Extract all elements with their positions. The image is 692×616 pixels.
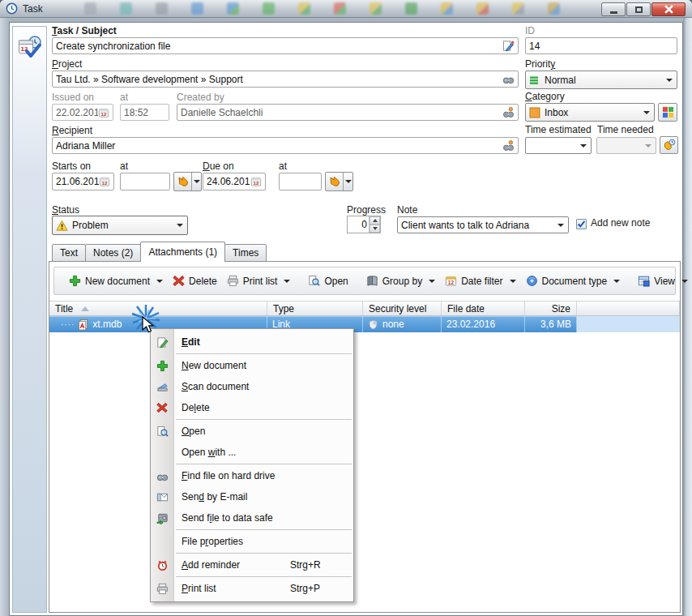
edit-pen-icon[interactable] xyxy=(502,40,515,52)
due-at-time-field[interactable] xyxy=(279,173,322,190)
due-on-date-field[interactable]: 24.06.2016 12 xyxy=(203,173,266,190)
issued-on-date-field: 22.02.2015 12 xyxy=(52,104,113,121)
calendar-icon[interactable]: 12 xyxy=(250,176,262,187)
time-tracking-button[interactable] xyxy=(660,136,678,154)
menu-item-new-document[interactable]: New document xyxy=(151,355,353,376)
column-header-security-level[interactable]: Security level xyxy=(363,302,442,315)
maximize-button[interactable] xyxy=(626,2,651,16)
new-document-icon xyxy=(69,275,81,287)
tab-text[interactable]: Text xyxy=(52,244,86,262)
project-input[interactable]: Tau Ltd. » Software development » Suppor… xyxy=(52,71,519,88)
calendar-icon[interactable]: 12 xyxy=(99,176,110,187)
view-button[interactable]: View xyxy=(633,272,692,289)
data-safe-icon xyxy=(155,512,169,524)
progress-spinner[interactable]: 0 xyxy=(347,216,381,233)
search-contact-icon[interactable] xyxy=(502,106,515,118)
tab-attachments[interactable]: Attachments (1) xyxy=(140,242,225,262)
scan-icon xyxy=(155,381,169,393)
time-needed-select xyxy=(596,137,656,154)
starts-at-label: at xyxy=(120,160,128,172)
category-color-picker-button[interactable] xyxy=(658,103,677,122)
group-by-icon xyxy=(366,275,378,287)
issued-at-label: at xyxy=(120,92,128,103)
delete-icon xyxy=(173,275,185,287)
cell-size[interactable]: 3,6 MB xyxy=(525,316,577,332)
new-document-icon xyxy=(155,360,169,372)
check-icon xyxy=(577,220,586,229)
menu-item-delete[interactable]: Delete xyxy=(151,397,353,418)
svg-text:12: 12 xyxy=(102,180,108,186)
column-header-file-date[interactable]: File date xyxy=(442,302,525,315)
task-big-icon: 12 xyxy=(17,35,42,60)
priority-label: Priority xyxy=(525,58,555,70)
open-button[interactable]: Open xyxy=(303,272,352,289)
tab-times[interactable]: Times xyxy=(224,244,267,262)
minimize-button[interactable] xyxy=(601,2,626,16)
cell-filler xyxy=(577,316,680,332)
starts-at-time-field[interactable] xyxy=(120,173,170,190)
menu-item-find-file-on-hard-drive[interactable]: Find file on hard drive xyxy=(151,465,353,486)
tab-strip: Text Notes (2) Attachments (1) Times xyxy=(52,242,266,262)
status-select[interactable]: Problem xyxy=(52,216,188,235)
menu-item-edit[interactable]: Edit xyxy=(151,332,353,353)
tab-notes[interactable]: Notes (2) xyxy=(85,244,141,262)
starts-time-picker-button[interactable] xyxy=(173,172,202,191)
issued-on-label: Issued on xyxy=(52,92,94,103)
menu-item-send-file-to-data-safe[interactable]: Send file to data safe xyxy=(151,507,353,528)
column-header-size[interactable]: Size xyxy=(525,302,577,315)
group-by-button[interactable]: Group by xyxy=(361,272,440,289)
category-select[interactable]: Inbox xyxy=(525,103,655,122)
warning-icon xyxy=(56,220,68,232)
document-type-icon xyxy=(526,275,538,287)
due-time-picker-button[interactable] xyxy=(325,172,353,191)
menu-item-add-reminder[interactable]: Add reminder Strg+R xyxy=(151,554,353,575)
hand-icon xyxy=(326,173,343,190)
window-clock-icon xyxy=(6,2,18,15)
search-contact-icon[interactable] xyxy=(502,139,515,152)
find-file-icon xyxy=(155,470,169,482)
add-new-note-checkbox[interactable] xyxy=(576,219,587,229)
search-project-icon[interactable] xyxy=(502,73,515,85)
sidebar: 12 xyxy=(12,26,47,613)
priority-select[interactable]: Normal xyxy=(525,71,677,89)
category-label: Category xyxy=(525,91,565,102)
new-document-button[interactable]: New document xyxy=(64,272,168,289)
spin-up-button[interactable] xyxy=(369,216,380,225)
reminder-icon xyxy=(155,559,169,571)
menu-item-send-by-email[interactable]: Send by E-mail xyxy=(151,486,353,507)
title-bar: Task xyxy=(0,0,692,18)
note-select[interactable]: Client wants to talk to Adriana xyxy=(397,216,569,233)
starts-on-label: Starts on xyxy=(52,160,91,172)
view-icon xyxy=(638,275,650,287)
created-by-label: Created by xyxy=(177,92,224,103)
menu-item-open[interactable]: Open xyxy=(151,421,353,442)
due-on-label: Due on xyxy=(203,160,234,172)
spin-down-button[interactable] xyxy=(369,225,380,233)
category-color-icon xyxy=(529,107,540,118)
id-input[interactable]: 14 xyxy=(525,37,677,54)
cell-security-level[interactable]: none xyxy=(363,316,442,332)
date-filter-button[interactable]: 12 Date filter xyxy=(440,272,520,289)
print-icon xyxy=(155,583,169,595)
column-header-type[interactable]: Type xyxy=(267,302,363,315)
task-window: Task 12 Task / Subject Create synch xyxy=(0,0,692,616)
starts-on-date-field[interactable]: 21.06.2016 12 xyxy=(52,173,114,190)
delete-button[interactable]: Delete xyxy=(168,272,222,289)
cell-file-date[interactable]: 23.02.2016 xyxy=(442,316,525,332)
menu-item-scan-document[interactable]: Scan document xyxy=(151,376,353,397)
close-button[interactable] xyxy=(651,2,686,16)
window-title: Task xyxy=(23,3,43,15)
open-icon xyxy=(308,275,320,287)
recipient-input[interactable]: Adriana Miller xyxy=(52,137,519,154)
print-list-button[interactable]: Print list xyxy=(222,272,296,289)
task-subject-input[interactable]: Create synchronization file xyxy=(52,37,519,54)
document-type-button[interactable]: Document type xyxy=(521,272,626,289)
svg-text:12: 12 xyxy=(254,180,259,186)
open-icon xyxy=(155,426,169,438)
menu-item-open-with[interactable]: Open with ... xyxy=(151,442,353,463)
hand-clock-icon xyxy=(663,139,676,152)
shield-icon xyxy=(368,319,378,330)
menu-item-file-properties[interactable]: File properties xyxy=(151,531,353,552)
time-estimated-select[interactable] xyxy=(525,137,592,154)
menu-item-print-list[interactable]: Print list Strg+P xyxy=(151,578,353,599)
